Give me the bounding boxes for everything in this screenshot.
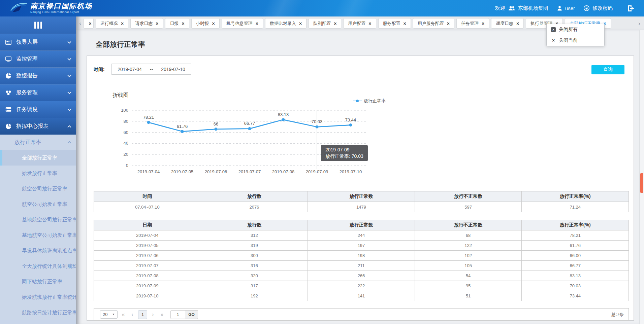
welcome-text: 欢迎 bbox=[495, 5, 505, 11]
tab-partial[interactable]: × bbox=[84, 18, 94, 29]
column-header: 放行正常数 bbox=[308, 220, 415, 230]
vertical-scrollbar[interactable] bbox=[639, 16, 644, 324]
close-icon[interactable]: × bbox=[516, 21, 519, 26]
tab-8[interactable]: 服务配置× bbox=[378, 18, 411, 29]
chart-legend[interactable]: 放行正常率 bbox=[353, 98, 386, 104]
tab-7[interactable]: 用户配置× bbox=[343, 18, 376, 29]
close-icon[interactable]: × bbox=[156, 21, 158, 26]
close-icon[interactable]: × bbox=[447, 21, 450, 26]
logout-icon[interactable] bbox=[627, 5, 635, 12]
goto-page-input[interactable] bbox=[170, 310, 185, 319]
svg-text:2019-07-08: 2019-07-08 bbox=[272, 169, 295, 174]
sidebar-item-label: 任务调度 bbox=[16, 106, 38, 113]
svg-text:80: 80 bbox=[124, 119, 128, 124]
close-icon[interactable]: × bbox=[121, 21, 124, 26]
sidebar-item-0[interactable]: 领导大屏 bbox=[0, 34, 76, 50]
tab-5[interactable]: 数据比对录入× bbox=[265, 18, 307, 29]
date-range-input[interactable]: 2019-07-04 -- 2019-07-10 bbox=[111, 64, 191, 75]
sidebar-item-2[interactable]: 数据报告 bbox=[0, 67, 76, 84]
tab-9[interactable]: 用户服务配置× bbox=[413, 18, 454, 29]
current-page-button[interactable]: 1 bbox=[138, 310, 147, 319]
close-icon[interactable]: × bbox=[182, 21, 184, 26]
sidebar-item-3[interactable]: 服务管理 bbox=[0, 84, 76, 101]
pie-icon bbox=[5, 73, 12, 79]
legend-marker-icon bbox=[353, 100, 362, 102]
sidebar-item-label: 服务管理 bbox=[16, 89, 38, 96]
close-icon[interactable]: × bbox=[368, 21, 371, 26]
tab-3[interactable]: 小时报× bbox=[191, 18, 220, 29]
first-page-icon[interactable]: « bbox=[120, 312, 127, 318]
close-all-icon: × bbox=[551, 27, 556, 32]
app-root: 南京禄口国际机场 Nanjing Lukou International Air… bbox=[0, 0, 644, 324]
close-icon[interactable]: × bbox=[334, 21, 336, 26]
table-row: 2019-07-083202665483.13 bbox=[94, 271, 629, 281]
tab-6[interactable]: 队列配置× bbox=[309, 18, 341, 29]
tab-4[interactable]: 机号信息管理× bbox=[222, 18, 263, 29]
close-icon[interactable]: × bbox=[89, 21, 91, 26]
tabs-scroll-left-icon[interactable]: ‹ bbox=[77, 18, 84, 29]
svg-text:78.21: 78.21 bbox=[143, 115, 154, 120]
close-icon[interactable]: × bbox=[299, 21, 302, 26]
sidebar-subitem-6[interactable]: 早发具体航班离港准点率 bbox=[0, 243, 76, 258]
go-button[interactable]: GO bbox=[185, 310, 198, 319]
sidebar-subitem-1[interactable]: 始发放行正常率 bbox=[0, 166, 76, 181]
sidebar-subitem-0[interactable]: 全部放行正常率 bbox=[0, 150, 76, 166]
last-page-icon[interactable]: » bbox=[159, 312, 165, 318]
sidebar-subitem-9[interactable]: 始发航班放行正常率统计 bbox=[0, 289, 76, 305]
sidebar-subitem-8[interactable]: 同下站放行正常率 bbox=[0, 274, 76, 289]
tab-2[interactable]: 日报× bbox=[165, 18, 189, 29]
change-password-link[interactable]: 修改密码 bbox=[592, 5, 613, 11]
tab-1[interactable]: 请求日志× bbox=[130, 18, 163, 29]
tab-context-menu: × 关闭所有 × 关闭当前 bbox=[546, 24, 605, 46]
menu-item-close-current[interactable]: × 关闭当前 bbox=[547, 35, 604, 46]
tab-11[interactable]: 调度日志× bbox=[491, 18, 524, 29]
airport-logo: 南京禄口国际机场 Nanjing Lukou International Air… bbox=[10, 1, 92, 15]
sidebar-submenu-list: 全部放行正常率始发放行正常率航空公司放行正常率航空公司始发正常率基地航空公司放行… bbox=[0, 150, 76, 320]
page-size-select[interactable]: 20 ▼ bbox=[100, 310, 118, 319]
tab-label: 日报 bbox=[170, 21, 179, 27]
tab-0[interactable]: 运行概况× bbox=[96, 18, 128, 29]
pagination-bar: 20 ▼ « ‹ 1 › » GO 总:7条 bbox=[94, 308, 629, 321]
sidebar-item-4[interactable]: 任务调度 bbox=[0, 101, 76, 118]
sidebar-subitem-4[interactable]: 基地航空公司放行正常率 bbox=[0, 212, 76, 227]
sidebar-group-label: 放行正常率 bbox=[14, 139, 41, 146]
sidebar-item-5[interactable]: 指挥中心报表 bbox=[0, 118, 76, 135]
tab-10[interactable]: 任务管理× bbox=[456, 18, 489, 29]
chevron-up-icon bbox=[67, 141, 71, 145]
tab-label: 请求日志 bbox=[135, 21, 153, 27]
close-icon[interactable]: × bbox=[404, 21, 406, 26]
date-start: 2019-07-04 bbox=[118, 67, 142, 72]
release-rate-line-chart[interactable]: 0204060801002019-07-042019-07-052019-07-… bbox=[114, 105, 390, 175]
chart-title: 折线图 bbox=[112, 92, 129, 99]
sidebar-subitem-7[interactable]: 全天放行统计具体到航班 bbox=[0, 258, 76, 274]
column-header: 放行数 bbox=[201, 220, 308, 230]
close-icon[interactable]: × bbox=[256, 21, 258, 26]
query-button[interactable]: 查询 bbox=[591, 65, 624, 74]
prev-page-icon[interactable]: ‹ bbox=[129, 312, 136, 318]
tab-label: 数据比对录入 bbox=[270, 21, 296, 27]
sidebar-subitem-2[interactable]: 航空公司放行正常率 bbox=[0, 181, 76, 196]
column-header: 放行正常数 bbox=[308, 191, 415, 202]
tab-label: 运行概况 bbox=[100, 21, 118, 27]
tab-label: 用户服务配置 bbox=[418, 21, 444, 27]
tabs-scroll-right-icon[interactable]: › bbox=[636, 18, 643, 29]
close-icon[interactable]: × bbox=[482, 21, 484, 26]
sidebar-subitem-5[interactable]: 基地航空公司始发正常率 bbox=[0, 227, 76, 243]
sidebar-item-1[interactable]: 监控管理 bbox=[0, 50, 76, 67]
close-icon[interactable]: × bbox=[212, 21, 215, 26]
legend-label: 放行正常率 bbox=[364, 98, 386, 104]
daily-table: 日期放行数放行正常数放行不正常数放行正常率(%)2019-07-04312244… bbox=[94, 220, 629, 301]
menu-item-close-all[interactable]: × 关闭所有 bbox=[547, 24, 604, 35]
app-header: 南京禄口国际机场 Nanjing Lukou International Air… bbox=[0, 0, 644, 16]
sidebar-collapse-button[interactable] bbox=[0, 16, 76, 34]
next-page-icon[interactable]: › bbox=[150, 312, 156, 318]
svg-text:73.44: 73.44 bbox=[345, 117, 356, 122]
cluster-icon bbox=[5, 90, 12, 96]
tab-label: 用户配置 bbox=[348, 21, 365, 27]
scrollbar-thumb[interactable] bbox=[640, 173, 643, 193]
sidebar-subitem-3[interactable]: 航空公司始发正常率 bbox=[0, 196, 76, 212]
sidebar-subitem-10[interactable]: 航路按日统计放行正常率 bbox=[0, 305, 76, 320]
sidebar-group-release-rate[interactable]: 放行正常率 bbox=[0, 135, 76, 150]
table-row: 2019-07-093172229570.03 bbox=[94, 281, 629, 291]
close-icon: × bbox=[551, 38, 556, 43]
